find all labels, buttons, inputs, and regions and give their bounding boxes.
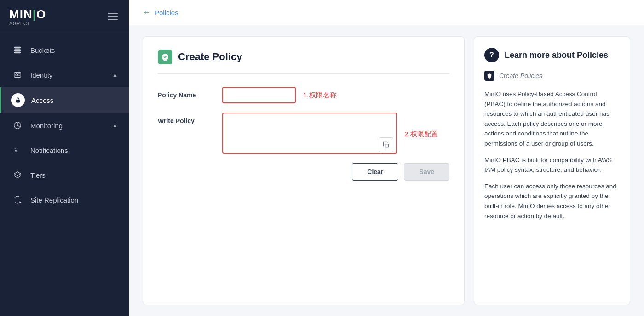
- write-policy-container: [222, 113, 397, 156]
- svg-rect-14: [385, 144, 389, 147]
- logo-text: MIN|O: [9, 8, 46, 20]
- page-content: Create Policy Policy Name 1.权限名称 Write P…: [129, 25, 644, 316]
- sidebar-item-label: Monitoring: [30, 122, 112, 130]
- policy-name-annotation: 1.权限名称: [303, 91, 337, 100]
- write-policy-textarea[interactable]: [222, 113, 397, 154]
- info-panel-title: ? Learn more about Policies: [484, 48, 620, 62]
- clear-button[interactable]: Clear: [352, 163, 398, 181]
- sidebar: MIN|O AGPLv3 Buckets Identity ▲: [0, 0, 129, 316]
- sidebar-item-access[interactable]: Access: [0, 87, 129, 113]
- svg-rect-4: [14, 49, 21, 51]
- database-icon: [11, 44, 24, 56]
- form-title: Create Policy: [158, 50, 449, 74]
- info-paragraph-1: MinIO uses Policy-Based Access Control (…: [484, 89, 620, 149]
- question-icon: ?: [484, 48, 499, 62]
- svg-text:λ: λ: [14, 147, 17, 154]
- lock-icon: [11, 93, 25, 107]
- hamburger-icon[interactable]: [106, 10, 120, 24]
- save-button[interactable]: Save: [404, 163, 449, 181]
- main-content: ← Policies Create Policy Policy Name: [129, 0, 644, 316]
- policy-name-label: Policy Name: [158, 91, 222, 99]
- svg-marker-13: [14, 172, 21, 176]
- svg-rect-5: [14, 52, 21, 54]
- sidebar-item-label: Access: [31, 96, 118, 104]
- sidebar-item-monitoring[interactable]: Monitoring ▲: [0, 113, 129, 138]
- svg-rect-3: [14, 47, 21, 49]
- sidebar-header: MIN|O AGPLv3: [0, 0, 129, 33]
- sidebar-item-buckets[interactable]: Buckets: [0, 38, 129, 62]
- id-card-icon: [11, 68, 24, 81]
- sync-icon: [11, 193, 24, 206]
- write-policy-row: Write Policy 2.权限配置: [158, 113, 449, 156]
- svg-rect-0: [108, 13, 118, 14]
- back-arrow-icon: ←: [143, 8, 151, 17]
- svg-rect-1: [108, 16, 118, 17]
- back-label: Policies: [155, 9, 178, 17]
- action-buttons: Clear Save: [158, 163, 449, 181]
- sidebar-item-site-replication[interactable]: Site Replication: [0, 187, 129, 212]
- sidebar-nav: Buckets Identity ▲ Access Monitoring ▲: [0, 33, 129, 316]
- sidebar-item-notifications[interactable]: λ Notifications: [0, 138, 129, 163]
- sidebar-item-label: Notifications: [30, 147, 118, 154]
- sidebar-item-tiers[interactable]: Tiers: [0, 163, 129, 187]
- shield-icon: [158, 50, 172, 64]
- sidebar-item-label: Site Replication: [30, 196, 118, 204]
- info-paragraph-3: Each user can access only those resource…: [484, 181, 620, 221]
- sidebar-item-identity[interactable]: Identity ▲: [0, 62, 129, 87]
- sidebar-item-label: Tiers: [30, 171, 118, 179]
- policy-name-row: Policy Name 1.权限名称: [158, 87, 449, 103]
- create-policy-form: Create Policy Policy Name 1.权限名称 Write P…: [143, 36, 465, 305]
- sidebar-item-label: Identity: [30, 71, 112, 79]
- logo-area: MIN|O AGPLv3: [9, 8, 46, 26]
- chevron-up-icon: ▲: [112, 72, 118, 78]
- svg-rect-2: [108, 19, 118, 21]
- logo-sub: AGPLv3: [9, 21, 46, 26]
- svg-point-7: [16, 74, 18, 76]
- chevron-up-icon: ▲: [112, 122, 118, 129]
- policy-name-input[interactable]: [222, 87, 296, 103]
- write-policy-annotation: 2.权限配置: [404, 130, 438, 139]
- info-paragraph-2: MinIO PBAC is built for compatibility wi…: [484, 155, 620, 175]
- shield-small-icon: [484, 71, 494, 81]
- back-button[interactable]: ← Policies: [143, 8, 178, 17]
- create-policies-link[interactable]: Create Policies: [484, 71, 620, 81]
- sidebar-item-label: Buckets: [30, 46, 118, 54]
- chart-icon: [11, 119, 24, 132]
- copy-button[interactable]: [379, 137, 393, 152]
- info-panel: ? Learn more about Policies Create Polic…: [474, 36, 630, 305]
- svg-rect-10: [16, 100, 20, 102]
- layers-icon: [11, 169, 24, 181]
- policy-name-wrapper: 1.权限名称: [222, 87, 449, 103]
- write-policy-label: Write Policy: [158, 113, 222, 124]
- lambda-icon: λ: [11, 144, 24, 157]
- topbar: ← Policies: [129, 0, 644, 25]
